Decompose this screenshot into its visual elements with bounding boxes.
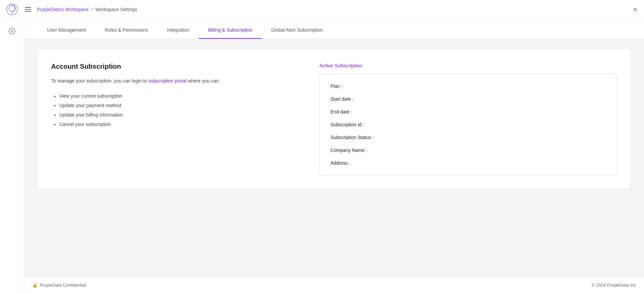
breadcrumb-separator: >	[91, 7, 93, 12]
field-subscription-id: Subscription Id :	[330, 122, 606, 127]
tabs-bar: User Management Roles & Permissions Inte…	[24, 19, 644, 39]
close-button[interactable]: ×	[633, 6, 637, 13]
lock-icon: 🔒	[32, 283, 38, 288]
layout: User Management Roles & Permissions Inte…	[0, 19, 644, 293]
logo	[5, 3, 19, 16]
menu-icon[interactable]	[23, 5, 33, 14]
left-panel: Account Subscription To manage your subs…	[51, 63, 299, 175]
description-suffix: where you can:	[186, 78, 220, 84]
breadcrumb: PurpleData's Workspace > Workspace Setti…	[37, 7, 137, 12]
footer-copyright: © 2024 PurpleData Inc	[592, 283, 636, 288]
footer-left: 🔒 PurpleData Confidential	[32, 283, 86, 288]
card-title: Account Subscription	[51, 63, 299, 70]
subscription-card: Account Subscription To manage your subs…	[38, 49, 631, 189]
feature-list: View your current subscription Update yo…	[51, 91, 299, 129]
sidebar-gear-icon[interactable]	[5, 24, 19, 38]
list-item: Update your payment method	[59, 101, 299, 110]
tab-user-management[interactable]: User Management	[38, 22, 95, 39]
field-company-name: Company Name :	[330, 148, 606, 153]
content-area: Account Subscription To manage your subs…	[24, 39, 644, 277]
field-subscription-status: Subscription Status :	[330, 135, 606, 140]
active-subscription-title: Active Subscription	[319, 63, 617, 68]
footer: 🔒 PurpleData Confidential © 2024 PurpleD…	[24, 277, 644, 293]
field-start-date: Start date :	[330, 96, 606, 102]
list-item: Cancel your subscription	[59, 120, 299, 129]
footer-confidential: PurpleData Confidential	[40, 283, 86, 288]
field-address: Address :	[330, 160, 606, 166]
tab-roles-permissions[interactable]: Roles & Permissions	[95, 22, 157, 39]
tab-integration[interactable]: Integration	[157, 22, 199, 39]
subscription-box: Plan : Start date : End date : Subscript…	[319, 74, 617, 175]
workspace-link[interactable]: PurpleData's Workspace	[37, 7, 88, 12]
tab-global-alert[interactable]: Global Alert Subscription	[262, 22, 332, 39]
main-content: User Management Roles & Permissions Inte…	[24, 19, 644, 293]
tab-billing-subscription[interactable]: Billing & Subscription	[199, 22, 262, 39]
description: To manage your subscription, you can log…	[51, 77, 299, 85]
breadcrumb-page: Workspace Settings	[96, 7, 137, 12]
field-plan: Plan :	[330, 84, 606, 89]
right-panel: Active Subscription Plan : Start date : …	[319, 63, 617, 175]
sidebar	[0, 19, 24, 293]
field-end-date: End date :	[330, 109, 606, 115]
list-item: Update your billing information	[59, 110, 299, 120]
topbar: PurpleData's Workspace > Workspace Setti…	[0, 0, 644, 19]
subscription-portal-link[interactable]: subscription portal	[148, 78, 187, 84]
description-prefix: To manage your subscription, you can log…	[51, 78, 148, 84]
list-item: View your current subscription	[59, 91, 299, 101]
